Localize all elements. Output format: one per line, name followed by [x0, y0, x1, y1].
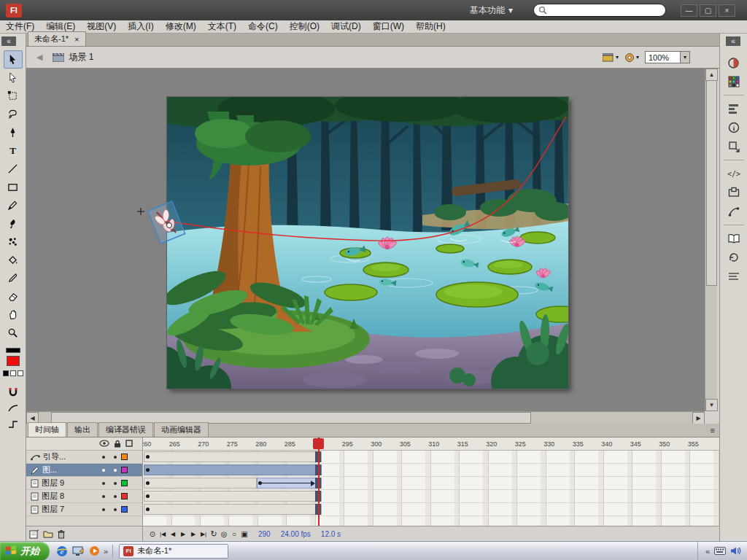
- layer-visible-dot[interactable]: [102, 456, 105, 459]
- close-button[interactable]: ×: [719, 4, 735, 17]
- show-desktop-icon[interactable]: [71, 545, 85, 558]
- collapse-tools-icon[interactable]: «: [1, 36, 16, 46]
- zoom-tool[interactable]: [4, 324, 23, 342]
- go-to-first-frame-button[interactable]: |◀: [158, 529, 168, 539]
- panel-menu-icon[interactable]: ≡: [711, 426, 715, 435]
- onion-skin-button[interactable]: ◎: [219, 529, 229, 539]
- layer-row-7[interactable]: 图层 7: [26, 503, 142, 516]
- smooth-option-button[interactable]: [7, 402, 19, 414]
- center-frame-button[interactable]: ⊙: [147, 529, 158, 539]
- tray-expand-icon[interactable]: «: [705, 547, 710, 556]
- onion-skin-outlines-button[interactable]: ○: [229, 529, 239, 539]
- frame-row-current[interactable]: [143, 464, 719, 477]
- playhead-line[interactable]: [318, 438, 320, 526]
- layer-outline-swatch[interactable]: [121, 506, 128, 513]
- quick-launch-more-icon[interactable]: »: [104, 547, 108, 556]
- no-color-button[interactable]: [10, 370, 16, 376]
- lock-icon[interactable]: [114, 440, 121, 448]
- start-button[interactable]: 开始: [0, 542, 50, 560]
- default-colors-button[interactable]: [3, 370, 9, 376]
- layer-outline-swatch[interactable]: [121, 480, 128, 486]
- collapse-dock-icon[interactable]: «: [726, 36, 740, 46]
- layer-visible-dot[interactable]: [102, 495, 105, 498]
- eraser-tool[interactable]: [4, 287, 23, 306]
- history-panel-icon[interactable]: [724, 249, 743, 266]
- free-transform-tool[interactable]: [4, 87, 23, 105]
- scroll-up-arrow[interactable]: ▲: [705, 69, 718, 81]
- menu-item[interactable]: 控制(O): [284, 20, 325, 34]
- frame-rate-field[interactable]: 24.00 fps: [281, 530, 311, 538]
- stroke-color-chip[interactable]: [6, 348, 20, 353]
- transform-panel-icon[interactable]: [724, 138, 743, 155]
- straighten-option-button[interactable]: [7, 419, 19, 430]
- zoom-level-select[interactable]: 100% ▾: [645, 51, 690, 63]
- frame-grid[interactable]: [143, 451, 719, 526]
- tab-output[interactable]: 输出: [67, 422, 98, 437]
- pencil-tool[interactable]: [4, 196, 23, 214]
- layer-row-guide[interactable]: 引导...: [26, 451, 142, 464]
- layer-visible-dot[interactable]: [102, 508, 105, 511]
- layer-row-8[interactable]: 图层 8: [26, 490, 142, 503]
- info-panel-icon[interactable]: i: [724, 119, 743, 136]
- playhead-handle[interactable]: [313, 438, 324, 449]
- tab-compiler-errors[interactable]: 编译器错误: [98, 422, 153, 437]
- internet-explorer-icon[interactable]: e: [55, 545, 69, 558]
- step-back-button[interactable]: ◀: [168, 529, 178, 539]
- stage-canvas[interactable]: [167, 97, 568, 389]
- layer-lock-dot[interactable]: [114, 469, 117, 472]
- motion-presets-panel-icon[interactable]: [724, 203, 743, 220]
- align-panel-icon[interactable]: [724, 100, 743, 117]
- scroll-down-arrow[interactable]: ▼: [705, 399, 718, 411]
- workspace-switcher-button[interactable]: 基本功能 ▾: [465, 2, 517, 19]
- edit-symbols-button[interactable]: ▾: [624, 52, 639, 63]
- frame-row-8[interactable]: [143, 490, 719, 503]
- layer-row-9[interactable]: 图层 9: [26, 477, 142, 490]
- menu-item[interactable]: 命令(C): [242, 20, 284, 34]
- swatches-panel-icon[interactable]: [724, 73, 743, 90]
- step-forward-button[interactable]: ▶: [188, 529, 198, 539]
- search-input[interactable]: [550, 6, 661, 15]
- components-panel-icon[interactable]: [724, 184, 743, 201]
- fill-color-chip[interactable]: [7, 356, 20, 366]
- tab-motion-editor[interactable]: 动画编辑器: [154, 422, 209, 437]
- vertical-scrollbar[interactable]: ▲ ▼: [705, 69, 717, 411]
- rectangle-tool[interactable]: [4, 178, 23, 196]
- layer-outline-swatch[interactable]: [121, 467, 128, 473]
- scroll-right-arrow[interactable]: ▶: [692, 412, 705, 424]
- minimize-button[interactable]: —: [681, 4, 697, 17]
- outline-color-icon[interactable]: [125, 440, 133, 447]
- menu-item[interactable]: 帮助(H): [410, 20, 452, 34]
- deco-tool[interactable]: [4, 233, 23, 251]
- layer-lock-dot[interactable]: [114, 495, 117, 498]
- lasso-tool[interactable]: [4, 105, 23, 123]
- tab-timeline[interactable]: 时间轴: [28, 422, 66, 437]
- frame-row-7[interactable]: [143, 503, 719, 516]
- selection-tool[interactable]: [4, 50, 23, 69]
- tab-close-icon[interactable]: ×: [74, 35, 79, 44]
- paint-bucket-tool[interactable]: [4, 251, 23, 269]
- color-panel-icon[interactable]: [724, 54, 743, 71]
- snap-to-objects-button[interactable]: [7, 386, 19, 398]
- taskbar-document-button[interactable]: Fl 未命名-1*: [119, 544, 228, 559]
- layer-outline-swatch[interactable]: [121, 454, 128, 460]
- edit-scene-button[interactable]: ▾: [603, 53, 619, 62]
- volume-tray-icon[interactable]: [730, 546, 741, 556]
- menu-item[interactable]: 视图(V): [81, 20, 122, 34]
- layer-lock-dot[interactable]: [114, 456, 117, 459]
- scene-breadcrumb[interactable]: 场景 1: [53, 51, 93, 63]
- restore-button[interactable]: ▢: [700, 4, 716, 17]
- vertical-scrollbar-thumb[interactable]: [706, 80, 717, 286]
- text-tool[interactable]: T: [4, 141, 23, 160]
- menu-item[interactable]: 调试(D): [325, 20, 367, 34]
- loop-playback-button[interactable]: ↻: [209, 529, 219, 539]
- pen-tool[interactable]: [4, 123, 23, 141]
- stage-pasteboard[interactable]: [26, 69, 705, 411]
- line-tool[interactable]: [4, 160, 23, 178]
- menu-item[interactable]: 修改(M): [160, 20, 202, 34]
- edit-multiple-frames-button[interactable]: ▣: [239, 529, 249, 539]
- new-folder-button[interactable]: [43, 529, 53, 538]
- strings-panel-icon[interactable]: [724, 268, 743, 285]
- frame-area[interactable]: 2602652702752802852902953003053103153203…: [143, 438, 719, 526]
- delete-layer-button[interactable]: [57, 529, 66, 539]
- layer-lock-dot[interactable]: [114, 482, 117, 485]
